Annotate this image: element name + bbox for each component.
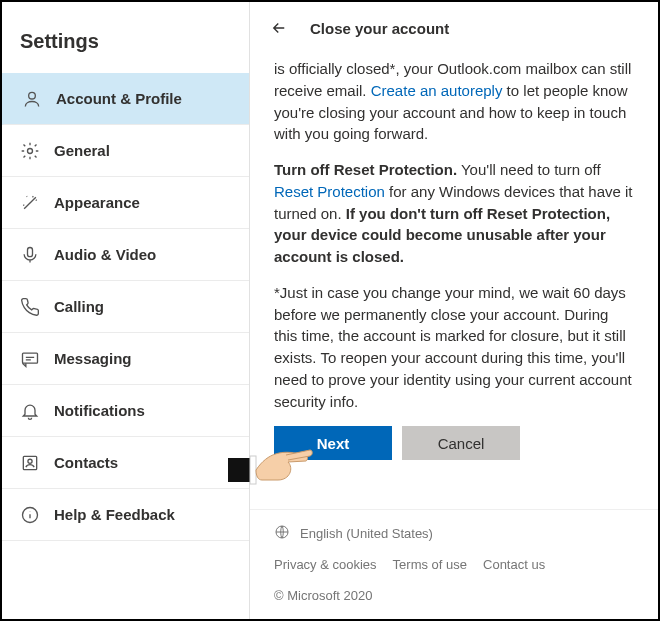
globe-icon	[274, 524, 290, 543]
sidebar-item-appearance[interactable]: Appearance	[2, 177, 249, 229]
sidebar-item-label: Calling	[54, 298, 104, 315]
sidebar: Settings Account & Profile General Appea…	[2, 2, 250, 619]
sidebar-item-label: Account & Profile	[56, 90, 182, 107]
cancel-button[interactable]: Cancel	[402, 426, 520, 460]
info-icon	[20, 505, 40, 525]
terms-link[interactable]: Terms of use	[393, 557, 467, 572]
back-arrow-icon[interactable]	[270, 19, 288, 37]
paragraph-1: is officially closed*, your Outlook.com …	[274, 58, 634, 145]
sidebar-title: Settings	[2, 2, 249, 73]
footer: English (United States) Privacy & cookie…	[250, 509, 658, 619]
page-title: Close your account	[310, 20, 449, 37]
sidebar-item-label: Contacts	[54, 454, 118, 471]
svg-point-1	[28, 148, 33, 153]
sidebar-item-notifications[interactable]: Notifications	[2, 385, 249, 437]
sidebar-item-contacts[interactable]: Contacts	[2, 437, 249, 489]
contacts-icon	[20, 453, 40, 473]
svg-point-0	[29, 92, 36, 99]
mic-icon	[20, 245, 40, 265]
sidebar-item-general[interactable]: General	[2, 125, 249, 177]
button-row: Next Cancel	[274, 426, 634, 460]
next-button[interactable]: Next	[274, 426, 392, 460]
sidebar-item-messaging[interactable]: Messaging	[2, 333, 249, 385]
sidebar-item-label: Notifications	[54, 402, 145, 419]
sidebar-item-label: Appearance	[54, 194, 140, 211]
sidebar-item-calling[interactable]: Calling	[2, 281, 249, 333]
copyright: © Microsoft 2020	[274, 588, 372, 603]
contact-link[interactable]: Contact us	[483, 557, 545, 572]
message-icon	[20, 349, 40, 369]
footer-links: Privacy & cookies Terms of use Contact u…	[274, 557, 634, 603]
language-label: English (United States)	[300, 526, 433, 541]
wand-icon	[20, 193, 40, 213]
gear-icon	[20, 141, 40, 161]
content: is officially closed*, your Outlook.com …	[250, 54, 658, 509]
user-icon	[22, 89, 42, 109]
svg-rect-2	[28, 247, 33, 256]
sidebar-item-label: Messaging	[54, 350, 132, 367]
sidebar-item-help-feedback[interactable]: Help & Feedback	[2, 489, 249, 541]
phone-icon	[20, 297, 40, 317]
bell-icon	[20, 401, 40, 421]
language-selector[interactable]: English (United States)	[274, 524, 634, 543]
create-autoreply-link[interactable]: Create an autoreply	[371, 82, 503, 99]
main: Close your account is officially closed*…	[250, 2, 658, 619]
header: Close your account	[250, 2, 658, 54]
sidebar-item-label: Help & Feedback	[54, 506, 175, 523]
privacy-link[interactable]: Privacy & cookies	[274, 557, 377, 572]
paragraph-2: Turn off Reset Protection. You'll need t…	[274, 159, 634, 268]
svg-point-5	[28, 459, 32, 463]
reset-protection-link[interactable]: Reset Protection	[274, 183, 385, 200]
svg-rect-3	[23, 353, 38, 363]
paragraph-3: *Just in case you change your mind, we w…	[274, 282, 634, 413]
sidebar-item-label: General	[54, 142, 110, 159]
sidebar-item-label: Audio & Video	[54, 246, 156, 263]
sidebar-item-audio-video[interactable]: Audio & Video	[2, 229, 249, 281]
sidebar-item-account-profile[interactable]: Account & Profile	[2, 73, 249, 125]
